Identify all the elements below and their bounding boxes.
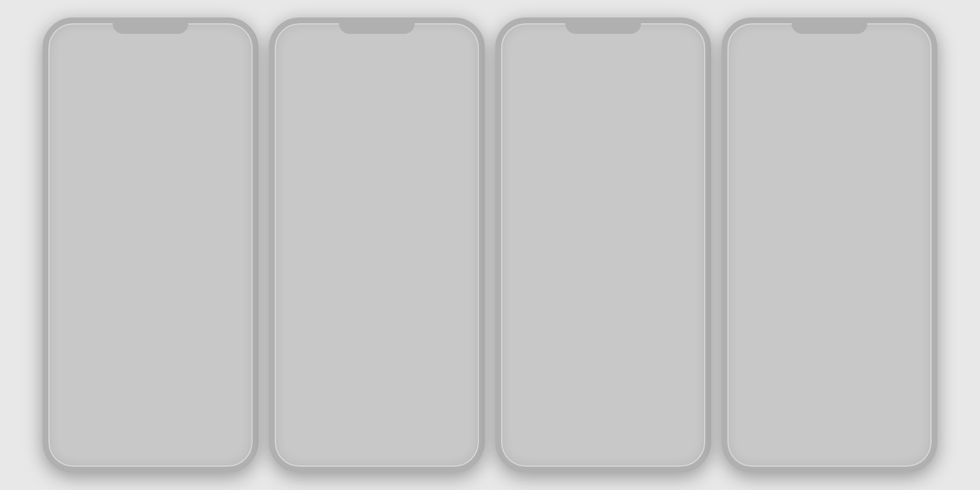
app-fantastical-3[interactable]: 📅 Fantastical — [512, 355, 550, 393]
dock-messages-3[interactable]: 💬 — [584, 421, 622, 453]
messages-icon-4[interactable]: 💬 — [814, 421, 845, 451]
news-globe-widget[interactable]: 🌐 News 22M Subscribers — [734, 52, 828, 113]
showerthoughts-widget[interactable]: Showerthoughts 🌙 If you pretend the guys… — [834, 52, 925, 113]
app-maps-3[interactable]: 🗺 Maps — [512, 312, 550, 349]
googlemaps-icon-2[interactable]: 📍 — [289, 355, 320, 386]
news-icon-3[interactable]: N — [564, 312, 594, 342]
mail-icon-3[interactable]: ✉️ 29 — [640, 421, 671, 451]
app-fantastical[interactable]: 📅 Fantastical — [156, 355, 193, 393]
bofa-icon-4[interactable]: BofA — [838, 355, 869, 386]
news-widget[interactable]: f 61° ☁ MUO — Feed Facebook Has Removed … — [282, 52, 472, 256]
app-amex-4[interactable]: AMEX Amex — [883, 355, 921, 393]
apollo-icon-4[interactable]: 🚀 — [790, 355, 821, 386]
app-voyager-4[interactable]: V Voyager — [738, 312, 776, 349]
app-phone-3[interactable]: 📞 4 Phone — [657, 312, 694, 349]
tweetbot-icon-2[interactable]: 🐦 — [434, 355, 464, 386]
safari-icon[interactable]: 🧭 — [83, 421, 113, 451]
instagram-icon-4[interactable]: 📷 — [742, 355, 772, 386]
facebook-icon-3[interactable]: f — [660, 355, 691, 386]
dock-safari[interactable]: 🧭 — [79, 421, 117, 453]
dock-safari-4[interactable]: 🧭 — [758, 421, 796, 453]
messages-icon-3[interactable]: 💬 — [588, 421, 618, 451]
dock-mail-4[interactable]: ✉️ 29 — [863, 421, 901, 453]
safari-icon-3[interactable]: 🧭 — [536, 421, 566, 451]
app-phone-2[interactable]: 📞 4 Phone — [334, 355, 372, 393]
messages-icon-2[interactable]: 💬 — [362, 421, 392, 451]
widget-app-fantastical-l: Fantastical — [55, 107, 81, 113]
dock-mail[interactable]: ✉️ 29 — [184, 421, 222, 453]
app-facebook-3[interactable]: f Facebook — [657, 355, 694, 393]
fantastical-today-widget[interactable]: TODAY 63°/51° ☁ No Events TMRW 73°/49° 🌤… — [55, 52, 148, 100]
app-instagram[interactable]: 📷 Instagram — [204, 355, 242, 393]
app-bofa-4[interactable]: BofA BofA — [835, 355, 872, 393]
fantastical-icon[interactable]: 📅 — [159, 355, 190, 386]
messages-icon[interactable]: 💬 — [135, 421, 166, 451]
dock-messages-4[interactable]: 💬 — [811, 421, 848, 453]
add-event-widget[interactable]: + Add Event — [153, 52, 246, 100]
castro-widget[interactable]: 5 QUEUED EPISODES 4h 48m OfficeLadies Di… — [508, 52, 698, 202]
safari-icon-4[interactable]: 🧭 — [762, 421, 792, 451]
voyager-icon-4[interactable]: V — [742, 312, 772, 342]
app-maps[interactable]: 🗺 Maps — [60, 355, 97, 393]
app-carrot-4[interactable]: ☁ CARROT — [883, 312, 921, 349]
app-maps-2[interactable]: 🗺 Maps — [286, 312, 323, 349]
carrot-icon-4[interactable]: ☁ — [887, 312, 917, 342]
app-instagram-2[interactable]: 📷 Instagram — [430, 312, 468, 349]
phone-icon-3[interactable]: 📞 4 — [660, 312, 691, 342]
dock-safari-2[interactable]: 🧭 — [306, 421, 343, 453]
podcast-desc-4: One QAnon believer's journey through fai… — [542, 180, 690, 191]
app-googlemaps-3[interactable]: 📍 Google Maps — [608, 312, 646, 349]
mail-icon-4[interactable]: ✉️ 29 — [867, 421, 897, 451]
maps-icon[interactable]: 🗺 — [63, 355, 93, 386]
calendar-large-widget[interactable]: MARCH 2021 MTWTFSS 1234567 891011121314 … — [55, 117, 246, 193]
time-1: 6:57 — [60, 34, 78, 44]
maps-icon-2[interactable]: 🗺 — [289, 312, 320, 342]
dock-safari-3[interactable]: 🧭 — [532, 421, 569, 453]
facebook-icon-4[interactable]: f — [838, 312, 869, 342]
mail-icon-2[interactable]: ✉️ 29 — [414, 421, 444, 451]
app-fantastical-2[interactable]: 📅 Fantastical — [382, 312, 419, 349]
app-apollo-4[interactable]: 🚀 Apollo — [787, 355, 824, 393]
amex-icon-4[interactable]: AMEX — [887, 355, 917, 386]
googlemaps-icon-3[interactable]: 📍 — [612, 312, 642, 342]
fantastical-icon-2[interactable]: 📅 — [386, 312, 416, 342]
phone-icon-2[interactable]: 📞 4 — [338, 355, 368, 386]
appstore-icon-2[interactable]: A — [386, 355, 416, 386]
maps-icon-3[interactable]: 🗺 — [516, 312, 546, 342]
instagram-icon-3[interactable]: 📷 — [564, 355, 594, 386]
jokes-punchline: "When was the last time you ate a monkey… — [743, 178, 916, 191]
twitter-icon-3[interactable]: 🐦 — [612, 355, 642, 386]
app-googlemaps-2[interactable]: 📍 Google Maps — [286, 355, 323, 393]
app-tweetbot-2[interactable]: 🐦 Tweetbot — [430, 355, 468, 393]
app-news[interactable]: N News — [108, 355, 145, 393]
spark-icon-4[interactable]: ✉️ — [790, 312, 821, 342]
news-subscribers: 22M Subscribers — [761, 99, 801, 105]
instagram-icon-2[interactable]: 📷 — [434, 312, 464, 342]
instagram-icon[interactable]: 📷 — [208, 355, 238, 386]
dock-messages[interactable]: 💬 — [132, 421, 169, 453]
news-icon[interactable]: N — [111, 355, 142, 386]
jokes-widget[interactable]: Jokes 😄 I told my daughter, "Did you kno… — [734, 130, 925, 200]
time-2: 7:12 — [286, 34, 304, 44]
dock-mail-2[interactable]: ✉️ 29 — [411, 421, 448, 453]
safari-icon-2[interactable]: 🧭 — [309, 421, 340, 451]
app-facebook-4[interactable]: f Facebook — [835, 312, 872, 349]
app-news-2[interactable]: N News — [334, 312, 372, 349]
app-instagram-3[interactable]: 📷 Instagram — [561, 355, 598, 393]
add-event-plus[interactable]: + — [188, 60, 211, 83]
cal-plus-btn[interactable]: + — [234, 163, 239, 172]
dock-mail-3[interactable]: ✉️ 29 — [637, 421, 674, 453]
widget-app-apollo-jokes: Apollo — [822, 205, 836, 211]
dock-messages-2[interactable]: 💬 — [358, 421, 396, 453]
fantastical-icon-3[interactable]: 📅 — [516, 355, 546, 386]
googlemaps-label-2: Google Maps — [289, 387, 320, 393]
app-news-3[interactable]: N News — [561, 312, 598, 349]
app-instagram-4[interactable]: 📷 Instagram — [738, 355, 776, 393]
news-icon-2[interactable]: N — [338, 312, 368, 342]
news-label: News — [120, 387, 133, 393]
mail-icon[interactable]: ✉️ 29 — [188, 421, 218, 451]
app-spark-4[interactable]: ✉️ Spark — [787, 312, 824, 349]
app-twitter-3[interactable]: 🐦 Twitter — [608, 355, 646, 393]
phone-3-screen: 7:21 ●●● ▲ 🔴 5 QUEUED EPISODES 4h 48m — [501, 23, 705, 467]
app-appstore-2[interactable]: A App Store — [382, 355, 419, 393]
